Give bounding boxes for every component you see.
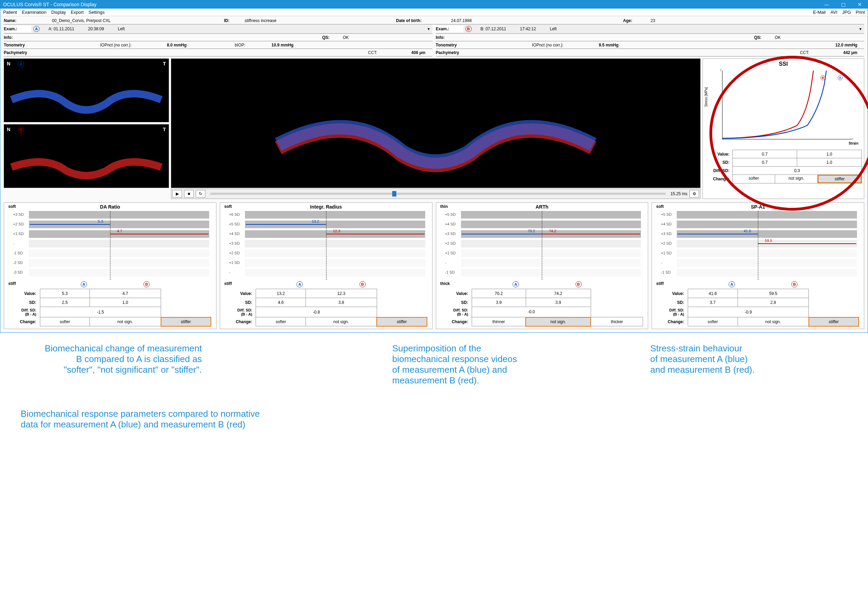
exam-b-date: B: 07.12.2011 — [474, 27, 513, 31]
id-value: stiffness increase — [238, 18, 396, 23]
stop-button[interactable]: ■ — [184, 190, 194, 198]
biop-b-value: 12.0 mmHg — [809, 43, 864, 47]
param-1-opt-2: stiffer — [377, 317, 427, 326]
qs-a-value: OK — [336, 35, 433, 40]
param-2-value-b: 74.2 — [526, 289, 591, 298]
param-panel-1: soft Integr. Radius +6 SD+5 SD+4 SD+3 SD… — [220, 203, 433, 329]
cct-b-label: CCT: — [800, 50, 809, 55]
exam-a-row[interactable]: Exam.: A A: 01.11.2011 20:38:09 Left ▾ — [4, 24, 433, 34]
cct-b-value: 442 µm — [809, 50, 864, 55]
param-title-3: SP-A1 — [653, 204, 862, 210]
param-title-2: ARTh — [438, 204, 647, 210]
info-b-label: Info: — [436, 35, 477, 40]
menu-patient[interactable]: Patient — [3, 10, 17, 15]
dropdown-icon[interactable]: ▾ — [859, 27, 861, 31]
param-1-diff: -0.8 — [256, 307, 377, 317]
param-3-sd-b: 2.8 — [738, 298, 809, 307]
biop-a-value: 10.9 mmHg — [245, 43, 300, 47]
exam-b-row[interactable]: Exam.: B B: 07.12.2011 17:42:12 Left ▾ — [436, 24, 865, 34]
param-table-1: Value:13.212.3 SD:4.63.8 Diff. SD: (B - … — [225, 289, 427, 327]
ssi-sd-b: 1.0 — [797, 158, 862, 167]
thumbnail-a[interactable]: N A T — [4, 59, 169, 122]
param-panel-0: soft DA Ratio +3 SD+2 SD+1 SD--1 SD-2 SD… — [4, 203, 216, 329]
param-table-3: Value:41.659.5 SD:3.72.8 Diff. SD: (B - … — [657, 289, 859, 327]
annotation-4: Stress-strain behaviour of measurement A… — [650, 343, 754, 375]
ssi-diff: 0.3 — [732, 167, 862, 175]
param-2-diff: -0.0 — [472, 307, 591, 317]
play-button[interactable]: ▶ — [172, 190, 182, 198]
param-0-opt-0: softer — [40, 317, 90, 326]
param-2-value-a: 70.2 — [472, 289, 526, 298]
sd-chart-3: +5 SD+4 SD+3 SD+2 SD+1 SD--1 SD41.659.5 — [656, 211, 860, 280]
menu-display[interactable]: Display — [51, 10, 66, 15]
ssi-opt-stiffer: stiffer — [818, 175, 861, 183]
minimize-button[interactable]: — — [822, 2, 832, 7]
name-label: Name: — [4, 18, 45, 23]
param-0-value-b: 4.7 — [90, 289, 161, 298]
annotation-1: Biomechanical change of measurement B co… — [45, 343, 202, 375]
menu-print[interactable]: Print — [856, 10, 865, 15]
menu-e-mail[interactable]: E-Mail — [813, 10, 826, 15]
badge-a-icon: A — [33, 26, 40, 32]
annotation-2: Biomechanical response parameters compar… — [21, 408, 260, 430]
settings-icon[interactable]: ⚙ — [689, 190, 699, 198]
qs-b-value: OK — [768, 35, 864, 40]
params-row: soft DA Ratio +3 SD+2 SD+1 SD--1 SD-2 SD… — [4, 203, 864, 329]
param-3-opt-0: softer — [688, 317, 738, 326]
param-2-opt-0: thinner — [472, 317, 526, 326]
menu-avi[interactable]: AVI — [831, 10, 837, 15]
menu-examination[interactable]: Examination — [22, 10, 46, 15]
ssi-panel: SSI B A Stress [MPa] Strain → ↑ Value:0.… — [703, 59, 864, 199]
param-2-opt-2: thicker — [591, 317, 643, 326]
param-table-0: Value:5.34.7 SD:2.51.0 Diff. SD: (B - A)… — [9, 289, 211, 327]
param-3-opt-1: not sign. — [738, 317, 809, 326]
maximize-button[interactable]: ▢ — [838, 2, 848, 7]
param-0-opt-1: not sign. — [90, 317, 161, 326]
app-window: OCULUS Corvis® ST - Comparison Display —… — [0, 0, 868, 333]
menu-settings[interactable]: Settings — [89, 10, 105, 15]
badge-b-icon: B — [465, 26, 472, 32]
param-0-sd-a: 2.5 — [40, 298, 90, 307]
pachy-b-label: Pachymetry — [436, 50, 477, 55]
menu-export[interactable]: Export — [71, 10, 84, 15]
param-3-value-a: 41.6 — [688, 289, 738, 298]
iop-a-value: 8.0 mmHg — [131, 43, 193, 47]
media-row: N A T N B T — [4, 59, 864, 199]
param-title-1: Integr. Radius — [221, 204, 431, 210]
main-video[interactable] — [171, 59, 700, 188]
ssi-table: Value:0.71.0 SD:0.71.0 Diff. SD:0.3 Chan… — [705, 150, 862, 183]
param-2-sd-a: 3.9 — [472, 298, 526, 307]
dropdown-icon[interactable]: ▾ — [428, 27, 430, 31]
biop-a-label: bIOP: — [235, 43, 245, 47]
exam-a-time: 20:38:09 — [81, 27, 111, 31]
ssi-title: SSI — [705, 61, 862, 67]
loop-button[interactable]: ↻ — [196, 190, 205, 198]
param-1-value-b: 12.3 — [306, 289, 377, 298]
close-button[interactable]: ✕ — [855, 2, 865, 7]
sd-chart-0: +3 SD+2 SD+1 SD--1 SD-2 SD-3 SD5.34.7 — [8, 211, 212, 280]
tonometry-b-label: Tonometry — [436, 43, 477, 47]
exam-b-eye: Left — [543, 27, 564, 31]
ssi-value-a: 0.7 — [732, 150, 797, 158]
time-display: 15.25 ms — [670, 191, 687, 196]
param-3-opt-2: stiffer — [809, 317, 859, 326]
dob-label: Date of birth: — [396, 18, 444, 23]
time-slider[interactable] — [210, 193, 666, 195]
menu-jpg[interactable]: JPG — [842, 10, 851, 15]
play-bar: ▶ ■ ↻ 15.25 ms ⚙ — [171, 189, 700, 199]
qs-a-label: QS: — [322, 35, 336, 40]
ssi-chart: B A Stress [MPa] Strain → ↑ — [722, 71, 852, 139]
exam-a-eye: Left — [111, 27, 131, 31]
annotation-layer: Biomechanical change of measurement B co… — [0, 333, 868, 457]
cct-a-label: CCT: — [368, 50, 377, 55]
thumbnail-b[interactable]: N B T — [4, 124, 169, 188]
sd-chart-2: +5 SD+4 SD+3 SD+2 SD+1 SD--1 SD70.274.2 — [440, 211, 644, 280]
param-0-value-a: 5.3 — [40, 289, 90, 298]
param-0-diff: -1.5 — [40, 307, 161, 317]
param-1-opt-0: softer — [256, 317, 306, 326]
exam-b-label: Exam.: — [436, 25, 464, 33]
iop-a-label: IOPnct (no corr.): — [100, 43, 131, 47]
content-area: Name: 00_Demo_Corvis, Pre/post CXL ID: s… — [0, 16, 868, 333]
annotation-3: Superimposition of the biomechanical res… — [392, 343, 517, 386]
param-0-opt-2: stiffer — [161, 317, 211, 326]
